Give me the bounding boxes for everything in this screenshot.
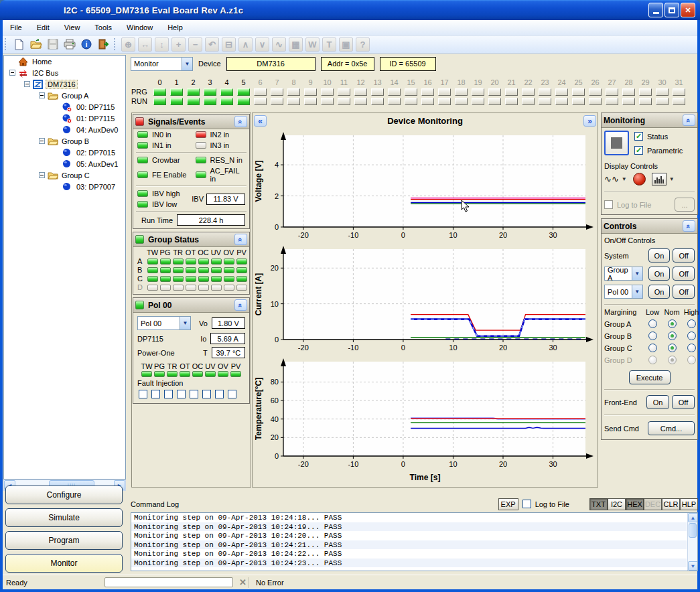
margining-radio-group-b-nom[interactable] — [668, 331, 677, 340]
menu-help[interactable]: Help — [160, 21, 190, 33]
group-a-on-button[interactable]: On — [648, 267, 671, 281]
group-a-off-button[interactable]: Off — [673, 267, 695, 281]
tree-item-05-auxdev1[interactable]: 05: AuxDev1 — [4, 158, 125, 169]
expander-box[interactable] — [24, 81, 30, 87]
chevron-down-icon[interactable]: ▼ — [180, 317, 190, 329]
chevron-down-icon[interactable]: ▼ — [182, 58, 192, 70]
margining-radio-group-a-low[interactable] — [648, 319, 657, 328]
export-log-button[interactable]: EXP — [498, 498, 518, 510]
simulate-mode-button[interactable]: Simulate — [5, 508, 123, 527]
histogram-display-icon[interactable] — [652, 173, 667, 186]
tree-item-i2c-bus[interactable]: I2C Bus — [4, 67, 125, 78]
chevron-down-icon[interactable]: ▼ — [669, 176, 675, 182]
command-log-box[interactable]: Monitoring step on 09-Apr-2013 10:24:18.… — [131, 512, 698, 571]
chevron-down-icon[interactable]: ▼ — [632, 285, 642, 298]
monitor-mode-button[interactable]: Monitor — [5, 554, 123, 573]
tree-item-01-dp7115[interactable]: 01: DP7115 — [4, 113, 125, 124]
margining-radio-group-b-low[interactable] — [648, 331, 657, 340]
log-format-i2c-button[interactable]: I2C — [608, 498, 626, 510]
scroll-charts-right-icon[interactable]: » — [583, 115, 596, 127]
open-file-button[interactable] — [28, 37, 44, 52]
scroll-up-icon[interactable]: ▲ — [688, 513, 698, 522]
new-file-button[interactable] — [11, 37, 27, 52]
record-indicator-icon[interactable] — [633, 173, 646, 186]
stop-monitoring-button[interactable] — [604, 131, 629, 155]
fault-injection-checkbox[interactable] — [139, 390, 147, 398]
tree-item-03-dp7007[interactable]: 03: DP7007 — [4, 181, 125, 192]
status-checkbox[interactable]: ✓ — [634, 132, 643, 141]
chevron-down-icon[interactable]: ▼ — [622, 176, 627, 182]
expander-box[interactable] — [39, 92, 45, 98]
margining-radio-group-b-high[interactable] — [687, 331, 696, 340]
scroll-thumb[interactable] — [689, 523, 697, 538]
menu-tools[interactable]: Tools — [87, 21, 119, 33]
margining-radio-group-c-low[interactable] — [648, 344, 657, 352]
scroll-charts-left-icon[interactable]: « — [254, 115, 267, 127]
front-end-on-button[interactable]: On — [646, 395, 669, 409]
clear-error-icon[interactable]: ✕ — [238, 577, 249, 588]
pol-00-combobox[interactable]: Pol 00▼ — [604, 285, 643, 299]
tree-item-group-b[interactable]: Group B — [4, 135, 125, 147]
collapse-chevron-icon[interactable]: « — [234, 116, 247, 127]
menu-file[interactable]: File — [3, 21, 29, 33]
menu-edit[interactable]: Edit — [29, 21, 57, 33]
maximize-button[interactable] — [664, 3, 679, 17]
expander-box[interactable] — [39, 138, 45, 144]
system-off-button[interactable]: Off — [673, 248, 695, 263]
log-format-clr-button[interactable]: CLR — [662, 498, 680, 510]
fault-injection-checkbox[interactable] — [190, 390, 198, 398]
collapse-chevron-icon[interactable]: « — [234, 299, 247, 311]
exit-button[interactable] — [95, 37, 111, 52]
log-format-hex-button[interactable]: HEX — [626, 498, 644, 510]
pol-select-combobox[interactable]: Pol 00 ▼ — [137, 316, 191, 330]
scroll-down-icon[interactable]: ▼ — [688, 561, 698, 571]
system-on-button[interactable]: On — [648, 248, 671, 263]
fault-injection-checkbox[interactable] — [177, 390, 186, 398]
margining-radio-group-a-high[interactable] — [687, 319, 696, 328]
log-format-txt-button[interactable]: TXT — [589, 498, 608, 510]
title-bar[interactable]: I2C - 65509_DM7316 Eval Board Rev A.z1c … — [0, 0, 700, 20]
collapse-chevron-icon[interactable]: « — [683, 115, 695, 126]
fault-injection-checkbox[interactable] — [202, 390, 211, 398]
expander-box[interactable] — [9, 70, 15, 76]
configure-mode-button[interactable]: Configure — [5, 486, 123, 504]
fault-injection-checkbox[interactable] — [151, 390, 160, 398]
log-to-file-checkbox[interactable] — [522, 500, 531, 508]
send-cmd-button[interactable]: Cmd... — [648, 421, 695, 435]
fault-injection-checkbox[interactable] — [228, 390, 236, 398]
pol-00-on-button[interactable]: On — [648, 285, 671, 299]
tree-item-04-auxdev0[interactable]: 04: AuxDev0 — [4, 124, 125, 135]
tree-item-02-dp7015[interactable]: 02: DP7015 — [4, 147, 125, 158]
margining-radio-group-c-high[interactable] — [687, 344, 696, 352]
tree-item-dm7316[interactable]: DM7316 — [4, 78, 125, 90]
log-format-hlp-button[interactable]: HLP — [680, 498, 698, 510]
pol-00-off-button[interactable]: Off — [673, 285, 695, 299]
mode-combobox[interactable]: Monitor ▼ — [131, 57, 193, 71]
tree-item-home[interactable]: Home — [4, 56, 125, 67]
margining-radio-group-a-nom[interactable] — [668, 319, 677, 328]
front-end-off-button[interactable]: Off — [672, 395, 695, 409]
expander-box[interactable] — [39, 172, 45, 178]
browse-log-file-button[interactable]: ... — [675, 198, 695, 212]
print-button[interactable] — [62, 37, 77, 52]
tree-item-group-c[interactable]: Group C — [4, 169, 125, 181]
margining-radio-group-c-nom[interactable] — [668, 344, 677, 352]
group-a-combobox[interactable]: Group A▼ — [604, 267, 643, 281]
close-button[interactable]: ✕ — [681, 3, 695, 17]
fault-injection-checkbox[interactable] — [164, 390, 173, 398]
waveform-display-icon[interactable]: ∿∿ — [604, 174, 619, 184]
log-vscrollbar[interactable]: ▲ ▼ — [687, 513, 697, 571]
fault-injection-checkbox[interactable] — [215, 390, 224, 398]
tree-item-00-dp7115[interactable]: 00: DP7115 — [4, 101, 125, 113]
menu-view[interactable]: View — [57, 21, 88, 33]
execute-button[interactable]: Execute — [629, 370, 671, 384]
program-mode-button[interactable]: Program — [5, 531, 123, 550]
log-to-file-checkbox[interactable] — [604, 200, 613, 209]
tree-item-group-a[interactable]: Group A — [4, 90, 125, 101]
chevron-down-icon[interactable]: ▼ — [632, 267, 642, 280]
menu-window[interactable]: Window — [119, 21, 160, 33]
minimize-button[interactable] — [648, 3, 663, 17]
collapse-chevron-icon[interactable]: « — [234, 234, 247, 245]
parametric-checkbox[interactable]: ✓ — [634, 146, 643, 155]
about-button[interactable]: i — [78, 37, 94, 52]
